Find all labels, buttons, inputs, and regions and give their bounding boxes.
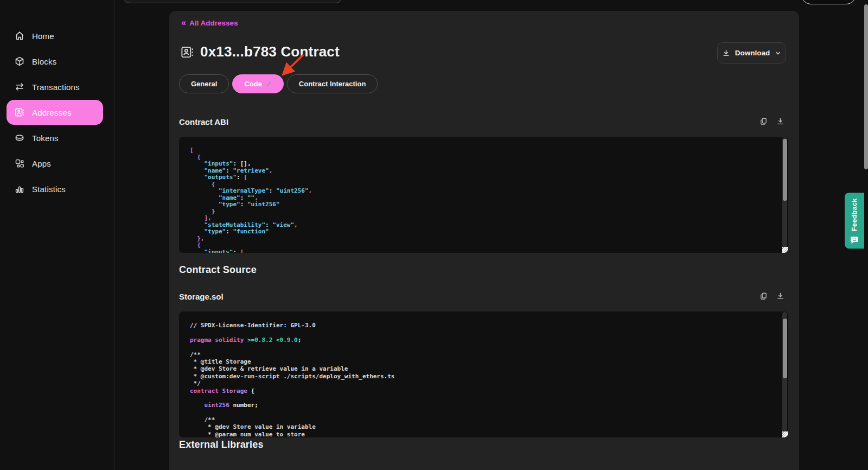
page-scrollbar-thumb[interactable]: [864, 4, 868, 169]
sidebar-item-statistics[interactable]: Statistics: [7, 176, 103, 201]
double-chevron-left-icon: «: [181, 18, 185, 28]
source-scrollbar-track[interactable]: [782, 312, 787, 437]
tab-contract-interaction[interactable]: Contract Interaction: [287, 74, 378, 93]
apps-icon: [14, 158, 25, 169]
contract-source-heading: Contract Source: [179, 264, 257, 276]
external-libraries-heading: External Libraries: [179, 439, 264, 450]
sidebar-item-blocks[interactable]: Blocks: [7, 49, 103, 74]
explorer-page: { "colors": { "accent_pink": "#f97de3", …: [0, 0, 868, 470]
statistics-icon: [14, 183, 25, 194]
transactions-icon: [14, 81, 25, 92]
tab-label: Code: [244, 80, 262, 88]
download-icon: [722, 49, 730, 57]
sidebar-item-label: Addresses: [32, 108, 72, 117]
blocks-icon: [14, 56, 25, 67]
sidebar-item-label: Statistics: [32, 185, 66, 194]
check-icon: ✓: [266, 80, 272, 88]
feedback-smiley-icon: [850, 236, 859, 244]
abi-scrollbar-track[interactable]: [782, 137, 787, 252]
back-to-all-addresses-link[interactable]: « All Addresses: [181, 18, 238, 28]
chevron-down-icon: [775, 50, 781, 56]
tokens-icon: [14, 132, 25, 143]
source-file-title: Storage.sol: [179, 292, 224, 301]
feedback-button[interactable]: Feedback: [845, 193, 864, 249]
source-resize-handle[interactable]: [782, 431, 788, 437]
feedback-label: Feedback: [845, 197, 864, 233]
source-code-block[interactable]: // SPDX-License-Identifier: GPL-3.0pragm…: [179, 312, 788, 437]
tab-general[interactable]: General: [179, 74, 229, 93]
tab-code[interactable]: Code ✓: [232, 74, 283, 93]
main-content-panel: « All Addresses 0x13...b783 Contract Dow…: [169, 11, 799, 470]
sidebar-item-addresses[interactable]: Addresses: [7, 100, 103, 125]
sidebar-item-label: Apps: [32, 159, 51, 168]
home-icon: [14, 30, 25, 41]
download-source-icon[interactable]: [776, 292, 784, 300]
search-bar-cutoff[interactable]: [123, 0, 342, 3]
tab-label: Contract Interaction: [299, 80, 366, 88]
download-button-label: Download: [735, 49, 770, 57]
abi-scrollbar-thumb[interactable]: [783, 139, 787, 201]
page-title: 0x13...b783 Contract: [200, 43, 340, 60]
title-row: 0x13...b783 Contract: [180, 43, 340, 60]
sidebar-divider: [114, 0, 114, 470]
topbar-button-cutoff[interactable]: [801, 0, 856, 4]
download-abi-icon[interactable]: [776, 117, 784, 125]
abi-code: [ { "inputs": [], "name": "retrieve", "o…: [179, 137, 788, 253]
copy-source-icon[interactable]: [760, 292, 768, 300]
contract-abi-title: Contract ABI: [179, 117, 228, 126]
sidebar-item-label: Blocks: [32, 57, 56, 66]
sidebar-item-label: Transactions: [32, 82, 80, 92]
sidebar-item-label: Tokens: [32, 134, 59, 143]
source-code: // SPDX-License-Identifier: GPL-3.0pragm…: [179, 312, 788, 437]
address-book-icon: [14, 107, 25, 118]
back-link-label: All Addresses: [189, 19, 238, 27]
copy-abi-icon[interactable]: [760, 117, 768, 125]
tab-label: General: [191, 80, 217, 88]
tab-bar: General Code ✓ Contract Interaction: [179, 74, 378, 93]
contract-abi-code-block[interactable]: [ { "inputs": [], "name": "retrieve", "o…: [179, 137, 788, 253]
sidebar-item-tokens[interactable]: Tokens: [7, 125, 103, 150]
download-button[interactable]: Download: [717, 42, 786, 63]
sidebar-item-label: Home: [32, 31, 54, 41]
sidebar-item-transactions[interactable]: Transactions: [7, 74, 103, 99]
source-scrollbar-thumb[interactable]: [783, 319, 787, 378]
sidebar-item-apps[interactable]: Apps: [7, 151, 103, 176]
contract-address-icon: [180, 45, 194, 59]
sidebar-item-home[interactable]: Home: [7, 23, 103, 48]
abi-resize-handle[interactable]: [782, 247, 788, 253]
